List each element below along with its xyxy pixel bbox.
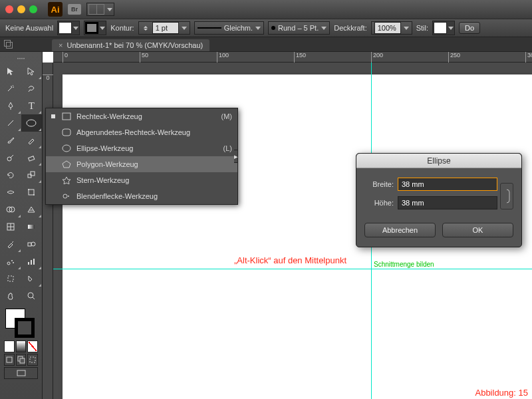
link-dimensions-icon[interactable] bbox=[500, 183, 513, 209]
stroke-label: Kontur: bbox=[110, 24, 134, 32]
layout-icon bbox=[88, 4, 104, 15]
shape-builder-tool[interactable] bbox=[0, 201, 21, 218]
draw-normal[interactable] bbox=[4, 354, 15, 366]
stroke-box[interactable] bbox=[15, 318, 35, 338]
polygon-icon bbox=[62, 160, 71, 169]
window-titlebar: Ai Br bbox=[0, 0, 532, 19]
flyout-rectangle[interactable]: Rechteck-Werkzeug (M) bbox=[46, 108, 237, 124]
layout-switcher[interactable] bbox=[86, 3, 114, 16]
svg-point-14 bbox=[31, 242, 35, 246]
zoom-icon[interactable] bbox=[29, 5, 37, 13]
fill-stroke-control[interactable] bbox=[4, 307, 38, 338]
arrange-documents-icon[interactable] bbox=[4, 40, 13, 49]
flyout-flare[interactable]: Blendenflecke-Werkzeug bbox=[46, 188, 237, 204]
document-tab[interactable]: × Unbenannt-1* bei 70 % (CMYK/Vorschau) bbox=[52, 39, 209, 51]
flyout-star[interactable]: Stern-Werkzeug bbox=[46, 172, 237, 188]
star-icon bbox=[62, 176, 71, 185]
toolbox: T bbox=[0, 52, 43, 399]
column-graph-tool[interactable] bbox=[21, 253, 43, 270]
guide-horizontal[interactable] bbox=[53, 269, 532, 269]
svg-point-22 bbox=[28, 293, 33, 298]
stroke-swatch[interactable] bbox=[84, 21, 106, 35]
rotate-tool[interactable] bbox=[0, 166, 21, 184]
flyout-rounded-rectangle[interactable]: Abgerundetes-Rechteck-Werkzeug bbox=[46, 124, 237, 140]
graphic-style[interactable] bbox=[432, 21, 455, 35]
ellipse-icon bbox=[62, 144, 71, 153]
flyout-polygon[interactable]: Polygon-Werkzeug bbox=[46, 156, 237, 172]
panel-grip[interactable] bbox=[0, 56, 42, 61]
stroke-weight[interactable]: 1 pt bbox=[138, 21, 190, 35]
svg-rect-30 bbox=[63, 129, 70, 136]
svg-rect-24 bbox=[7, 357, 12, 362]
screen-mode[interactable] bbox=[4, 367, 38, 379]
pen-tool[interactable] bbox=[0, 97, 21, 114]
svg-rect-12 bbox=[28, 225, 35, 229]
ok-button[interactable]: OK bbox=[442, 223, 513, 237]
lasso-tool[interactable] bbox=[21, 80, 43, 97]
zoom-tool[interactable] bbox=[21, 287, 43, 305]
none-mode[interactable] bbox=[27, 340, 38, 352]
cancel-button[interactable]: Abbrechen bbox=[364, 223, 436, 237]
blob-brush-tool[interactable] bbox=[0, 149, 21, 166]
annotation-alt-click: „Alt-Klick“ auf den Mittelpunkt bbox=[234, 255, 346, 265]
width-field[interactable] bbox=[398, 178, 497, 191]
document-setup-button[interactable]: Do bbox=[459, 22, 480, 34]
svg-rect-27 bbox=[30, 357, 35, 362]
svg-rect-29 bbox=[63, 113, 70, 120]
close-icon[interactable] bbox=[5, 5, 13, 13]
hand-tool[interactable] bbox=[0, 287, 21, 305]
color-mode[interactable] bbox=[4, 340, 15, 352]
svg-marker-32 bbox=[63, 161, 70, 168]
eraser-tool[interactable] bbox=[21, 149, 43, 166]
direct-selection-tool[interactable] bbox=[21, 63, 43, 80]
fill-swatch[interactable] bbox=[57, 21, 80, 35]
line-tool[interactable] bbox=[0, 114, 21, 132]
gradient-mode[interactable] bbox=[16, 340, 27, 352]
bridge-icon[interactable]: Br bbox=[68, 4, 81, 15]
blend-tool[interactable] bbox=[21, 235, 43, 253]
height-field[interactable] bbox=[398, 196, 497, 209]
svg-point-15 bbox=[7, 262, 10, 265]
svg-rect-20 bbox=[33, 259, 35, 265]
svg-point-1 bbox=[27, 120, 36, 126]
scale-tool[interactable] bbox=[21, 166, 43, 184]
opacity-field[interactable]: 100% bbox=[371, 21, 412, 35]
slice-tool[interactable] bbox=[21, 270, 43, 287]
eyedropper-tool[interactable] bbox=[0, 235, 21, 253]
svg-rect-3 bbox=[29, 156, 35, 161]
document-tabbar: × Unbenannt-1* bei 70 % (CMYK/Vorschau) bbox=[0, 37, 532, 52]
width-tool[interactable] bbox=[0, 184, 21, 201]
style-label: Stil: bbox=[416, 24, 428, 32]
draw-inside[interactable] bbox=[27, 354, 38, 366]
shape-tool-flyout: Rechteck-Werkzeug (M) Abgerundetes-Recht… bbox=[45, 108, 238, 205]
annotation-intersect: Schnittmenge bilden bbox=[374, 261, 434, 268]
minimize-icon[interactable] bbox=[17, 5, 25, 13]
ruler-horizontal[interactable]: 0 50 100 150 200 250 300 bbox=[53, 52, 532, 63]
dialog-title[interactable]: Ellipse bbox=[356, 154, 521, 168]
svg-rect-18 bbox=[28, 262, 29, 265]
mesh-tool[interactable] bbox=[0, 218, 21, 235]
gradient-tool[interactable] bbox=[21, 218, 43, 235]
svg-rect-6 bbox=[29, 190, 34, 195]
perspective-grid-tool[interactable] bbox=[21, 201, 43, 218]
symbol-sprayer-tool[interactable] bbox=[0, 253, 21, 270]
flyout-ellipse[interactable]: Ellipse-Werkzeug (L) bbox=[46, 140, 237, 156]
brush-definition[interactable]: Rund – 5 Pt. bbox=[268, 21, 330, 35]
draw-behind[interactable] bbox=[16, 354, 27, 366]
tearoff-arrow-icon[interactable]: ▸ bbox=[234, 150, 238, 163]
svg-point-34 bbox=[63, 194, 67, 198]
svg-rect-26 bbox=[20, 358, 25, 363]
type-tool[interactable]: T bbox=[21, 97, 43, 114]
free-transform-tool[interactable] bbox=[21, 184, 43, 201]
pencil-tool[interactable] bbox=[21, 132, 43, 149]
magic-wand-tool[interactable] bbox=[0, 80, 21, 97]
dash-profile[interactable]: Gleichm. bbox=[194, 21, 264, 35]
artboard-tool[interactable] bbox=[0, 270, 21, 287]
shape-tool[interactable] bbox=[21, 114, 43, 132]
ellipse-dialog: Ellipse Breite: Höhe: Abbrechen OK bbox=[356, 153, 522, 247]
close-tab-icon[interactable]: × bbox=[59, 41, 63, 49]
paintbrush-tool[interactable] bbox=[0, 132, 21, 149]
rounded-rectangle-icon bbox=[62, 128, 71, 137]
tab-title: Unbenannt-1* bei 70 % (CMYK/Vorschau) bbox=[66, 41, 203, 49]
selection-tool[interactable] bbox=[0, 63, 21, 80]
